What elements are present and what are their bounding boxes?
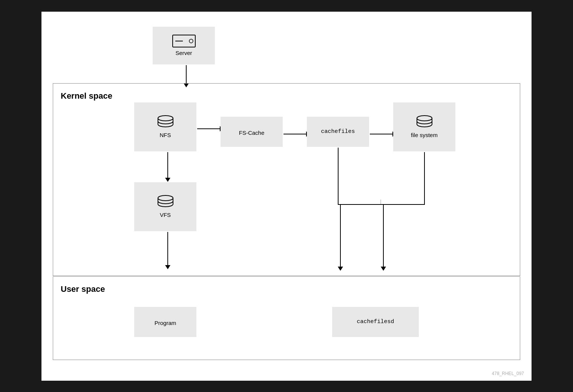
t-to-cachefilesd-arrow [381, 204, 386, 271]
nfs-to-fscache-arrow [197, 126, 224, 131]
dash-decoration [380, 200, 381, 204]
filesystem-db-icon [415, 115, 434, 130]
svg-point-4 [417, 116, 432, 121]
vfs-label: VFS [160, 212, 171, 218]
nfs-db-icon [156, 115, 175, 130]
fscache-to-cachefiles-arrow [283, 131, 310, 137]
cachefiles-label: cachefiles [321, 128, 355, 135]
filesystem-box: file system [393, 102, 455, 151]
program-box: Program [134, 307, 196, 337]
kernel-content: NFS FS-Cache cachefiles [61, 95, 512, 264]
server-box: Server [153, 27, 215, 64]
vfs-to-program-arrow [165, 232, 170, 270]
user-space-section: User space Program cachefilesd [53, 277, 520, 360]
user-content: Program cachefilesd [61, 288, 512, 348]
cachefilesd-box: cachefilesd [332, 307, 419, 337]
vfs-db-icon [156, 195, 175, 209]
watermark-text: 478_RHEL_097 [492, 371, 524, 376]
top-area: Server [53, 23, 520, 83]
diagram-container: Server Kernel space NFS [41, 12, 532, 381]
nfs-label: NFS [160, 132, 171, 138]
nfs-to-vfs-arrow [165, 152, 170, 182]
kernel-space-section: Kernel space NFS FS-Cache [53, 83, 520, 276]
vfs-box: VFS [134, 182, 196, 231]
cachefiles-box: cachefiles [307, 117, 369, 147]
filesystem-label: file system [411, 132, 438, 138]
cachefiles-down-line [338, 148, 339, 204]
fscache-box: FS-Cache [221, 117, 283, 147]
server-icon [172, 35, 196, 47]
server-label: Server [175, 50, 192, 56]
cachefilesd-label: cachefilesd [357, 319, 394, 325]
svg-point-5 [158, 195, 173, 201]
svg-point-3 [158, 116, 173, 121]
filesystem-down-line [424, 152, 425, 204]
fscache-label: FS-Cache [239, 130, 265, 136]
nfs-box: NFS [134, 102, 196, 151]
cachefiles-to-filesystem-arrow [370, 131, 397, 137]
cachefiles-to-cachefilesd-arrow [338, 204, 343, 271]
program-label: Program [155, 320, 176, 326]
svg-point-2 [189, 39, 193, 43]
